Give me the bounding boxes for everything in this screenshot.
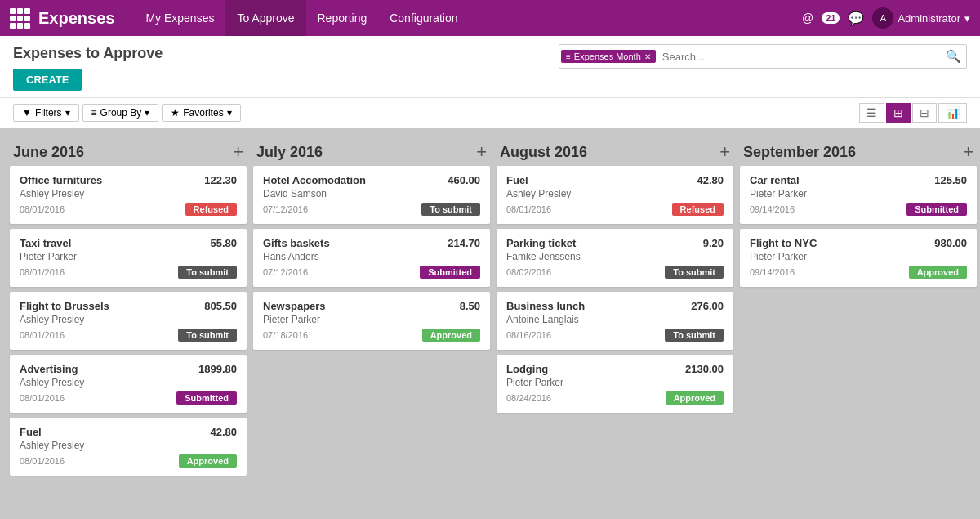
card-status-c10: To submit <box>665 266 724 279</box>
card-amount-c8: 8.50 <box>460 300 480 312</box>
kanban-card-c7[interactable]: Gifts baskets214.70Hans Anders07/12/2016… <box>253 229 490 287</box>
favorites-button[interactable]: ★ Favorites ▾ <box>162 104 240 122</box>
card-amount-c9: 42.80 <box>697 174 724 186</box>
kanban-card-c3[interactable]: Flight to Brussels805.50Ashley Presley08… <box>10 292 247 350</box>
group-by-label: Group By <box>100 107 142 119</box>
card-title-c2: Taxi travel <box>20 237 71 249</box>
card-title-c12: Lodging <box>506 363 548 375</box>
card-date-c7: 07/12/2016 <box>263 267 308 277</box>
kanban-col-september2016: September 2016+Car rental125.50Pieter Pa… <box>740 138 977 519</box>
card-title-c14: Flight to NYC <box>750 237 817 249</box>
chat-icon[interactable]: 💬 <box>848 11 864 26</box>
card-person-c4: Ashley Presley <box>20 377 237 388</box>
filter-icon: ▼ <box>22 107 32 119</box>
kanban-card-c1[interactable]: Office furnitures122.30Ashley Presley08/… <box>10 166 247 224</box>
search-tag-list-icon: ≡ <box>566 52 571 61</box>
search-tag[interactable]: ≡ Expenses Month ✕ <box>561 50 656 63</box>
card-amount-c13: 125.50 <box>934 174 967 186</box>
card-date-c10: 08/02/2016 <box>506 267 551 277</box>
search-input[interactable] <box>657 51 941 63</box>
col-header-july2016: July 2016+ <box>253 138 490 166</box>
kanban-card-c4[interactable]: Advertising1899.80Ashley Presley08/01/20… <box>10 355 247 413</box>
card-date-c11: 08/16/2016 <box>506 330 551 340</box>
card-title-c9: Fuel <box>506 174 528 186</box>
card-person-c5: Ashley Presley <box>20 440 237 451</box>
card-status-c11: To submit <box>665 329 724 342</box>
groupby-caret: ▾ <box>145 107 149 119</box>
notification-badge[interactable]: 21 <box>822 12 840 24</box>
user-name: Administrator <box>898 12 960 25</box>
kanban-card-c11[interactable]: Business lunch276.00Antoine Langlais08/1… <box>497 292 733 350</box>
card-amount-c10: 9.20 <box>703 237 724 249</box>
kanban-card-c6[interactable]: Hotel Accomodation460.00David Samson07/1… <box>253 166 490 224</box>
filters-button[interactable]: ▼ Filters ▾ <box>13 104 79 122</box>
kanban-card-c5[interactable]: Fuel42.80Ashley Presley08/01/2016Approve… <box>10 418 247 476</box>
card-title-c5: Fuel <box>20 426 42 438</box>
nav-reporting[interactable]: Reporting <box>306 0 379 36</box>
card-amount-c12: 2130.00 <box>685 363 724 375</box>
col-add-btn-august2016[interactable]: + <box>719 143 730 161</box>
kanban-card-c2[interactable]: Taxi travel55.80Pieter Parker08/01/2016T… <box>10 229 247 287</box>
user-dropdown-icon: ▾ <box>964 12 970 25</box>
card-amount-c2: 55.80 <box>210 237 237 249</box>
card-title-c6: Hotel Accomodation <box>263 174 366 186</box>
card-status-c13: Submitted <box>906 203 967 216</box>
chart-view-button[interactable]: 📊 <box>938 103 967 123</box>
app-title: Expenses <box>38 9 114 28</box>
top-nav: Expenses My Expenses To Approve Reportin… <box>0 0 980 36</box>
search-tag-label: Expenses Month <box>574 51 641 61</box>
user-menu[interactable]: A Administrator ▾ <box>872 7 970 29</box>
col-header-september2016: September 2016+ <box>740 138 977 166</box>
nav-configuration[interactable]: Configuration <box>378 0 469 36</box>
card-amount-c1: 122.30 <box>204 174 237 186</box>
list-view-button[interactable]: ☰ <box>859 103 884 123</box>
at-icon: @ <box>802 11 813 25</box>
filters-label: Filters <box>35 107 62 119</box>
kanban-col-june2016: June 2016+Office furnitures122.30Ashley … <box>10 138 247 519</box>
group-by-button[interactable]: ≡ Group By ▾ <box>82 104 159 122</box>
nav-my-expenses[interactable]: My Expenses <box>134 0 225 36</box>
card-title-c4: Advertising <box>20 363 78 375</box>
nav-right: @ 21 💬 A Administrator ▾ <box>802 7 970 29</box>
search-button[interactable]: 🔍 <box>941 49 966 64</box>
col-add-btn-july2016[interactable]: + <box>476 143 487 161</box>
kanban-card-c10[interactable]: Parking ticket9.20Famke Jenssens08/02/20… <box>497 229 733 287</box>
card-amount-c11: 276.00 <box>691 300 724 312</box>
card-title-c7: Gifts baskets <box>263 237 330 249</box>
create-button[interactable]: CREATE <box>13 69 82 91</box>
card-person-c7: Hans Anders <box>263 251 480 262</box>
kanban-card-c13[interactable]: Car rental125.50Pieter Parker09/14/2016S… <box>740 166 977 224</box>
card-amount-c5: 42.80 <box>210 426 237 438</box>
card-title-c11: Business lunch <box>506 300 585 312</box>
col-add-btn-june2016[interactable]: + <box>233 143 243 161</box>
card-status-c9: Refused <box>672 203 724 216</box>
groupby-icon: ≡ <box>91 107 97 119</box>
card-title-c1: Office furnitures <box>20 174 102 186</box>
favorites-label: Favorites <box>183 107 223 119</box>
card-date-c5: 08/01/2016 <box>20 456 65 466</box>
kanban-card-c9[interactable]: Fuel42.80Ashley Presley08/01/2016Refused <box>497 166 733 224</box>
view-switcher: ☰ ⊞ ⊟ 📊 <box>859 103 967 123</box>
col-add-btn-september2016[interactable]: + <box>963 143 973 161</box>
card-date-c9: 08/01/2016 <box>506 204 551 214</box>
col-header-june2016: June 2016+ <box>10 138 247 166</box>
card-person-c12: Pieter Parker <box>506 377 724 388</box>
app-grid-icon[interactable] <box>10 8 30 29</box>
card-person-c8: Pieter Parker <box>263 314 480 325</box>
card-person-c1: Ashley Presley <box>20 188 237 199</box>
filters-caret: ▾ <box>65 107 70 119</box>
col-header-august2016: August 2016+ <box>497 138 733 166</box>
kanban-card-c12[interactable]: Lodging2130.00Pieter Parker08/24/2016App… <box>497 355 733 413</box>
card-amount-c6: 460.00 <box>448 174 480 186</box>
kanban-card-c14[interactable]: Flight to NYC980.00Pieter Parker09/14/20… <box>740 229 977 287</box>
table-view-button[interactable]: ⊟ <box>912 103 937 123</box>
card-date-c1: 08/01/2016 <box>20 204 65 214</box>
kanban-board: June 2016+Office furnitures122.30Ashley … <box>0 128 980 519</box>
card-person-c3: Ashley Presley <box>20 314 237 325</box>
kanban-view-button[interactable]: ⊞ <box>886 103 911 123</box>
card-status-c12: Approved <box>666 391 724 405</box>
kanban-card-c8[interactable]: Newspapers8.50Pieter Parker07/18/2016App… <box>253 292 490 350</box>
search-tag-close[interactable]: ✕ <box>644 52 651 61</box>
nav-to-approve[interactable]: To Approve <box>225 0 305 36</box>
card-date-c4: 08/01/2016 <box>20 393 65 403</box>
